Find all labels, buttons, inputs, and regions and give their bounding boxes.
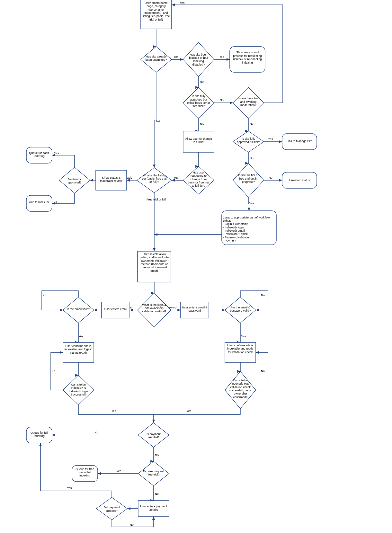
node-n32: Queue for free trial of full indexing (72, 466, 98, 532)
node-n33: User enters payment details (138, 501, 169, 533)
node-n13: What is the listing tier (basic, free tr… (137, 168, 172, 238)
node-n12: Unknown status (282, 172, 317, 243)
svg-text:No: No (261, 294, 265, 297)
svg-text:No: No (51, 369, 55, 373)
node-n2: Has site already been submitted? (141, 47, 172, 119)
node-n20: What is the login & site ownership valid… (138, 293, 171, 368)
svg-text:No: No (42, 294, 46, 297)
node-n17: Add to block list (26, 195, 52, 265)
node-n14: Show status & moderator review (96, 170, 127, 240)
svg-text:Yes: Yes (111, 409, 116, 413)
node-n15: Moderator approved? (59, 167, 90, 242)
svg-text:Yes: Yes (54, 152, 59, 155)
node-n28: Can site be Indexed? Has validation chec… (225, 371, 256, 443)
svg-text:No: No (94, 431, 98, 434)
svg-text:No: No (130, 523, 134, 526)
flowchart-diagram: YesYesNoNoYesNoYesNoYesNoYesNoBasicYesNo… (0, 0, 392, 533)
node-n23: User enters email & password (181, 302, 209, 370)
svg-text:No: No (269, 176, 272, 179)
svg-text:Yes: Yes (174, 55, 179, 58)
node-n21: User enters email (102, 302, 130, 372)
svg-text:Yes: Yes (180, 1, 185, 4)
svg-text:Yes: Yes (174, 176, 179, 179)
node-n26: Can site be Indexed? Is IndieAuth login … (63, 375, 94, 447)
svg-text:No: No (156, 120, 160, 123)
svg-text:No: No (55, 201, 58, 204)
svg-text:No: No (220, 99, 224, 102)
node-n10: Has user requested to change from basic … (183, 166, 214, 235)
svg-text:Yes: Yes (268, 138, 273, 141)
svg-text:Yes: Yes (219, 55, 224, 58)
svg-text:No: No (261, 369, 265, 373)
svg-text:Yes: Yes (187, 409, 192, 413)
node-n30: Queue for full indexing (26, 427, 52, 495)
svg-text:Yes: Yes (117, 469, 121, 473)
svg-text:Yes: Yes (67, 486, 72, 490)
node-n18: Jump to appropriate part of workflow, ei… (222, 211, 276, 280)
node-n34: Did payment succeed? (96, 497, 127, 533)
